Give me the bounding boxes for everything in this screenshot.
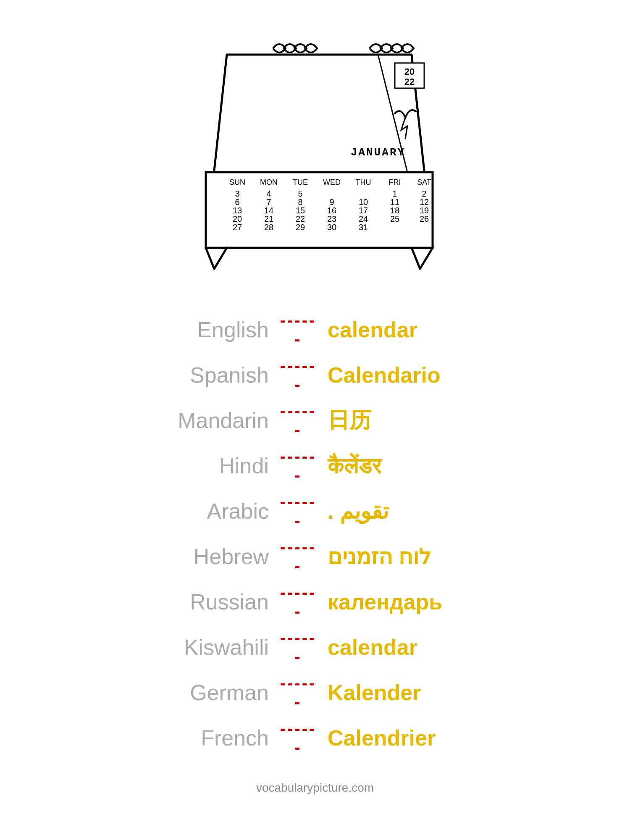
svg-text:8: 8 [298, 197, 302, 207]
svg-text:4: 4 [266, 189, 271, 198]
svg-text:16: 16 [327, 206, 336, 215]
calendar-svg: 20 22 JANUARY SUN MON TUE WED THU FRI SA… [172, 29, 458, 273]
translation-word: Kalender [319, 680, 462, 705]
vocab-row: Hebrew------לוח הזמנים [168, 538, 462, 575]
svg-text:15: 15 [296, 206, 305, 215]
translation-word: calendar [319, 635, 462, 660]
svg-text:13: 13 [233, 206, 242, 215]
translation-word: कैलेंडर [319, 453, 462, 479]
svg-text:1: 1 [392, 189, 397, 198]
svg-line-3 [206, 248, 214, 269]
svg-line-4 [412, 248, 420, 269]
separator-dashes: ------ [277, 356, 319, 394]
svg-text:17: 17 [359, 206, 368, 215]
language-label: German [168, 680, 277, 705]
separator-dashes: ------ [277, 492, 319, 530]
language-label: Hebrew [168, 544, 277, 569]
language-label: Russian [168, 589, 277, 614]
vocab-row: French------Calendrier [168, 719, 462, 757]
vocab-row: German------Kalender [168, 674, 462, 711]
translation-word: 日历 [319, 406, 462, 435]
svg-line-5 [420, 248, 433, 269]
svg-text:20: 20 [233, 214, 242, 223]
svg-text:WED: WED [323, 178, 341, 186]
calendar-illustration: 20 22 JANUARY SUN MON TUE WED THU FRI SA… [0, 0, 630, 286]
svg-text:JANUARY: JANUARY [351, 146, 405, 159]
svg-text:31: 31 [359, 223, 368, 232]
vocab-row: Mandarin------日历 [168, 402, 462, 439]
svg-text:6: 6 [235, 197, 239, 207]
vocab-row: Russian------календарь [168, 583, 462, 621]
svg-text:20: 20 [404, 66, 415, 77]
svg-text:9: 9 [329, 197, 334, 207]
svg-text:7: 7 [266, 197, 271, 207]
svg-text:25: 25 [390, 214, 399, 223]
svg-text:26: 26 [420, 214, 429, 223]
separator-dashes: ------ [277, 538, 319, 575]
svg-text:14: 14 [264, 206, 273, 215]
svg-line-2 [214, 248, 227, 269]
svg-text:2: 2 [422, 189, 426, 198]
svg-text:29: 29 [296, 223, 305, 232]
vocab-row: Arabic------. تقويم [168, 492, 462, 530]
svg-text:FRI: FRI [389, 178, 401, 186]
vocab-row: Spanish------Calendario [168, 356, 462, 394]
svg-text:22: 22 [296, 214, 305, 223]
svg-text:28: 28 [264, 223, 273, 232]
svg-text:18: 18 [390, 206, 399, 215]
svg-text:12: 12 [420, 197, 429, 207]
language-label: English [168, 317, 277, 342]
svg-text:SAT: SAT [417, 178, 431, 186]
translation-word: Calendrier [319, 725, 462, 751]
svg-text:TUE: TUE [293, 178, 308, 186]
language-label: Arabic [168, 499, 277, 524]
svg-text:3: 3 [235, 189, 239, 198]
footer: vocabularypicture.com [0, 781, 630, 795]
svg-text:24: 24 [359, 214, 368, 223]
svg-text:27: 27 [233, 223, 242, 232]
svg-text:MON: MON [260, 178, 278, 186]
svg-text:22: 22 [404, 76, 415, 87]
svg-text:SUN: SUN [229, 178, 245, 186]
vocab-list: English------calendarSpanish------Calend… [0, 286, 630, 764]
translation-word: לוח הזמנים [319, 544, 462, 569]
website-label: vocabularypicture.com [256, 781, 374, 794]
vocab-row: English------calendar [168, 311, 462, 349]
svg-text:11: 11 [390, 197, 399, 207]
translation-word: календарь [319, 589, 462, 614]
translation-word: Calendario [319, 362, 462, 388]
language-label: Hindi [168, 453, 277, 478]
separator-dashes: ------ [277, 402, 319, 439]
language-label: Kiswahili [168, 635, 277, 660]
svg-text:10: 10 [359, 197, 368, 207]
svg-text:30: 30 [327, 223, 336, 232]
separator-dashes: ------ [277, 583, 319, 621]
svg-text:5: 5 [298, 189, 302, 198]
separator-dashes: ------ [277, 719, 319, 757]
translation-word: . تقويم [319, 499, 462, 524]
vocab-row: Kiswahili------calendar [168, 628, 462, 666]
svg-text:THU: THU [356, 178, 371, 186]
separator-dashes: ------ [277, 674, 319, 711]
translation-word: calendar [319, 317, 462, 342]
language-label: Mandarin [168, 408, 277, 433]
svg-text:19: 19 [420, 206, 429, 215]
svg-text:23: 23 [327, 214, 336, 223]
svg-text:21: 21 [264, 214, 273, 223]
vocab-row: Hindi------कैलेंडर [168, 447, 462, 485]
separator-dashes: ------ [277, 447, 319, 485]
language-label: French [168, 725, 277, 751]
separator-dashes: ------ [277, 628, 319, 666]
separator-dashes: ------ [277, 311, 319, 349]
language-label: Spanish [168, 362, 277, 388]
